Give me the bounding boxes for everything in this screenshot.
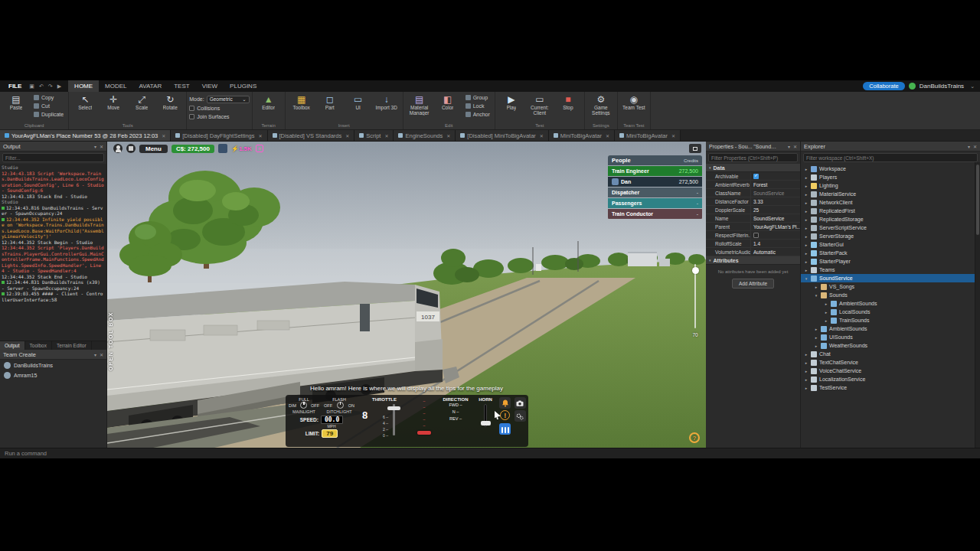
expand-arrow-icon[interactable]: ▸ xyxy=(804,167,808,171)
property-checkbox[interactable] xyxy=(753,233,759,238)
quickbar-icon[interactable]: ↷ xyxy=(46,83,55,90)
tab-close-icon[interactable] xyxy=(446,133,450,139)
expand-arrow-icon[interactable]: ▾ xyxy=(814,293,818,298)
edit-action-button[interactable]: Anchor xyxy=(463,110,492,119)
brake-control[interactable]: ––––– xyxy=(411,395,437,447)
property-row[interactable]: DistanceFactor 3.33 xyxy=(706,197,800,206)
panel-close-icon[interactable] xyxy=(973,144,977,149)
currency-display[interactable]: C$: 272,500 xyxy=(172,145,214,153)
clipboard-action-button[interactable]: Copy xyxy=(31,93,66,102)
tree-item[interactable]: ▸ Workspace xyxy=(801,165,980,173)
output-log[interactable]: Studio12:34:43.183 Script 'Workspace.Tra… xyxy=(0,164,106,341)
people-row[interactable]: Train Conductor - xyxy=(608,209,702,219)
insert-button[interactable]: ▭UI xyxy=(345,93,372,116)
edit-button[interactable]: ▤Material Manager xyxy=(406,93,433,116)
expand-arrow-icon[interactable]: ▸ xyxy=(824,310,828,315)
section-attributes[interactable]: Attributes xyxy=(706,256,800,265)
add-attribute-button[interactable]: Add Attribute xyxy=(732,279,774,289)
clipboard-action-button[interactable]: Duplicate xyxy=(31,110,66,119)
insert-button[interactable]: ◻Part xyxy=(316,93,344,116)
collapse-icon[interactable] xyxy=(709,258,711,262)
tree-item[interactable]: ▾ SoundService xyxy=(801,274,980,282)
tree-item[interactable]: ▸ ServerStorage xyxy=(801,232,980,240)
direction-option[interactable]: N – xyxy=(437,409,474,416)
switch-dial-icon[interactable] xyxy=(337,402,344,409)
tree-item[interactable]: ▸ Teams xyxy=(801,266,980,274)
tree-item[interactable]: ▸ LocalizationService xyxy=(801,375,980,383)
tree-item[interactable]: ▸ Chat xyxy=(801,350,980,358)
team-member-row[interactable]: DanBuildsTrains xyxy=(0,360,106,370)
test-button[interactable]: ■Stop xyxy=(554,93,582,116)
switch-dial-icon[interactable] xyxy=(300,402,307,409)
slider-knob[interactable] xyxy=(692,267,699,274)
expand-arrow-icon[interactable]: ▸ xyxy=(804,175,808,180)
property-checkbox[interactable] xyxy=(753,174,759,179)
property-row[interactable]: DopplerScale 25 xyxy=(706,206,800,214)
clipboard-action-button[interactable]: Cut xyxy=(31,102,66,110)
explorer-filter-input[interactable]: Filter workspace (Ctrl+Shift+X) xyxy=(803,153,978,162)
insert-button[interactable]: ↓Import 3D xyxy=(373,93,400,116)
expand-arrow-icon[interactable]: ▸ xyxy=(804,386,808,390)
document-tab[interactable]: Script xyxy=(354,130,394,141)
test-button[interactable]: ▭Current: Client xyxy=(526,93,554,116)
boost-counter[interactable]: ⚡1.5K xyxy=(231,145,252,152)
tool-button[interactable]: ↻Rotate xyxy=(156,93,184,116)
tree-item[interactable]: ▸ StarterPack xyxy=(801,249,980,257)
mode-checkbox-row[interactable]: Join Surfaces xyxy=(189,112,229,121)
tool-button[interactable]: ↖Select xyxy=(71,93,99,116)
expand-arrow-icon[interactable]: ▸ xyxy=(804,201,808,205)
people-row[interactable]: Dispatcher - xyxy=(608,187,702,197)
light-switch[interactable]: FLASH OFFON DITCHLIGHT xyxy=(322,397,356,414)
edit-action-button[interactable]: Group xyxy=(463,93,492,102)
tree-item[interactable]: ▸ Players xyxy=(801,173,980,181)
property-row[interactable]: Parent YourAvgFLMan's Pl... xyxy=(706,223,800,231)
terrain-editor-button[interactable]: ▲Editor xyxy=(255,93,283,116)
expand-arrow-icon[interactable]: ▸ xyxy=(804,268,808,272)
tab-close-icon[interactable] xyxy=(345,133,349,139)
tree-item[interactable]: ▸ StarterPlayer xyxy=(801,257,980,266)
quickbar-icon[interactable]: ▣ xyxy=(27,83,37,90)
expand-arrow-icon[interactable]: ▸ xyxy=(804,184,808,188)
game-settings-button[interactable]: ⚙Game Settings xyxy=(587,93,615,116)
horn-lever-slot[interactable] xyxy=(484,404,487,427)
tree-item[interactable]: ▸ ReplicatedStorage xyxy=(801,215,980,223)
ribbon-tab[interactable]: PLUGINS xyxy=(224,80,263,92)
tab-close-icon[interactable] xyxy=(162,133,165,139)
ribbon-tab[interactable]: MODEL xyxy=(99,80,132,92)
people-row[interactable]: Train Engineer 272,500 xyxy=(608,166,702,176)
tab-close-icon[interactable] xyxy=(540,133,544,139)
edit-action-button[interactable]: Lock xyxy=(463,102,492,110)
tree-item[interactable]: ▸ LocalSounds xyxy=(801,308,980,316)
mode-select[interactable]: Geometric xyxy=(207,96,250,103)
expand-arrow-icon[interactable]: ▸ xyxy=(824,318,828,323)
panel-close-icon[interactable] xyxy=(793,144,797,149)
tree-item[interactable]: ▸ VS_Songs xyxy=(801,282,980,291)
tree-item[interactable]: ▸ MaterialService xyxy=(801,190,980,198)
property-row[interactable]: VolumetricAudio Automatic xyxy=(706,248,800,256)
mode-checkbox-row[interactable]: Collisions xyxy=(189,104,229,112)
tool-button[interactable]: ⤢Scale xyxy=(128,93,155,116)
direction-option[interactable]: FWD – xyxy=(437,402,474,409)
horn-control[interactable]: HORN xyxy=(474,395,497,447)
tree-item[interactable]: ▸ TestService xyxy=(801,383,980,392)
tree-item[interactable]: ▾ Sounds xyxy=(801,291,980,299)
panel-menu-icon[interactable] xyxy=(94,144,96,149)
avatar-icon[interactable] xyxy=(113,144,122,153)
tree-item[interactable]: ▸ ServerScriptService xyxy=(801,223,980,232)
game-menu-button[interactable]: Menu xyxy=(139,145,168,153)
expand-arrow-icon[interactable]: ▸ xyxy=(814,335,818,340)
ribbon-tab[interactable]: AVATAR xyxy=(133,80,168,92)
light-switch[interactable]: FULL DIMOFF MAINLIGHT xyxy=(287,397,321,414)
ribbon-tab[interactable]: TEST xyxy=(168,80,195,92)
bell-icon[interactable] xyxy=(499,397,511,409)
help-button[interactable]: ? xyxy=(689,432,700,443)
tab-close-icon[interactable] xyxy=(671,133,675,139)
team-test-button[interactable]: ◉Team Test xyxy=(620,93,648,116)
dock-tab[interactable]: Terrain Editor xyxy=(52,341,92,350)
collapse-icon[interactable] xyxy=(709,165,711,170)
throttle-handle[interactable] xyxy=(387,406,400,410)
tree-item[interactable]: ▸ TrainSounds xyxy=(801,316,980,324)
output-filter-input[interactable]: Filter... xyxy=(2,153,104,162)
expand-arrow-icon[interactable]: ▸ xyxy=(804,251,808,256)
expand-arrow-icon[interactable]: ▸ xyxy=(814,285,818,289)
